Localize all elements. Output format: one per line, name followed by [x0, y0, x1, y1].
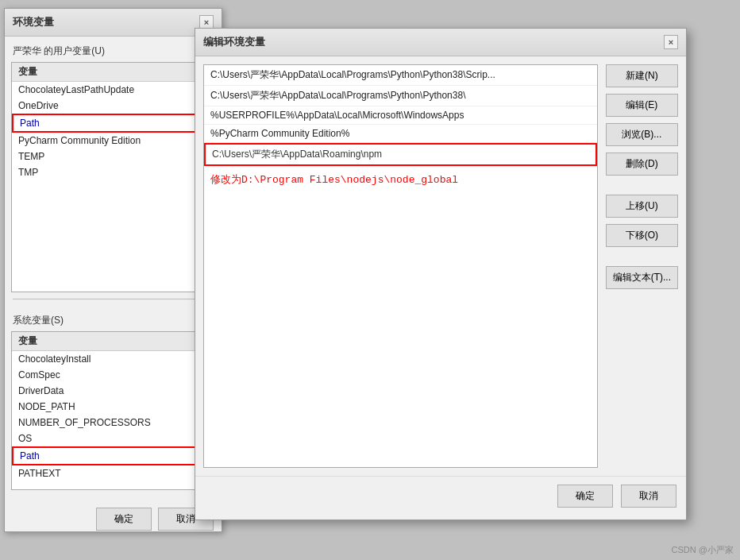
list-item[interactable]: PyCharm Community Edition	[12, 133, 214, 149]
user-variables-list: 变量 ChocolateyLastPathUpdate OneDrive Pat…	[11, 62, 215, 292]
annotation-text: 修改为D:\Program Files\nodejs\node_global	[204, 166, 597, 193]
list-item[interactable]: PATHEXT	[12, 465, 214, 481]
list-item[interactable]: ComSpec	[12, 367, 214, 383]
list-item[interactable]: OS	[12, 431, 214, 446]
path-list: C:\Users\严荣华\AppData\Local\Programs\Pyth…	[203, 64, 598, 468]
divider	[13, 299, 214, 299]
edit-text-button[interactable]: 编辑文本(T)...	[606, 266, 678, 289]
list-item[interactable]: TEMP	[12, 149, 214, 164]
edit-dialog-bottom-buttons: 确定 取消	[195, 476, 686, 516]
path-list-item[interactable]: C:\Users\严荣华\AppData\Local\Programs\Pyth…	[204, 86, 597, 106]
edit-ok-button[interactable]: 确定	[557, 485, 613, 508]
move-up-button[interactable]: 上移(U)	[606, 195, 678, 218]
move-down-button[interactable]: 下移(O)	[606, 224, 678, 247]
delete-button[interactable]: 删除(D)	[606, 153, 678, 176]
path-list-item[interactable]: %PyCharm Community Edition%	[204, 125, 597, 143]
path-list-item[interactable]: %USERPROFILE%\AppData\Local\Microsoft\Wi…	[204, 106, 597, 125]
main-dialog: 环境变量 × 严荣华 的用户变量(U) 变量 ChocolateyLastPat…	[4, 8, 222, 532]
user-list-header: 变量	[12, 63, 214, 82]
list-item[interactable]: ChocolateyLastPathUpdate	[12, 82, 214, 98]
main-dialog-titlebar: 环境变量 ×	[5, 9, 222, 37]
sys-list-header: 变量	[12, 332, 214, 351]
user-section-label: 严荣华 的用户变量(U)	[5, 37, 222, 62]
list-item[interactable]: OneDrive	[12, 98, 214, 114]
list-item-path-user[interactable]: Path	[12, 114, 214, 133]
list-item[interactable]: NUMBER_OF_PROCESSORS	[12, 415, 214, 431]
new-button[interactable]: 新建(N)	[606, 64, 678, 87]
main-dialog-buttons: 确定 取消	[5, 498, 222, 540]
list-item[interactable]: TMP	[12, 164, 214, 180]
watermark: CSDN @小严家	[672, 544, 734, 556]
main-ok-button[interactable]: 确定	[96, 508, 152, 531]
sys-section-label: 系统变量(S)	[5, 306, 222, 331]
list-item-path-sys[interactable]: Path	[12, 446, 214, 465]
sys-variables-list: 变量 ChocolateyInstall ComSpec DriverData …	[11, 331, 215, 490]
edit-cancel-button[interactable]: 取消	[621, 485, 676, 508]
path-list-item-npm[interactable]: C:\Users\严荣华\AppData\Roaming\npm	[204, 143, 597, 166]
browse-button[interactable]: 浏览(B)...	[606, 123, 678, 146]
edit-dialog-titlebar: 编辑环境变量 ×	[195, 29, 686, 56]
list-item[interactable]: ChocolateyInstall	[12, 351, 214, 367]
edit-dialog: 编辑环境变量 × C:\Users\严荣华\AppData\Local\Prog…	[195, 28, 687, 520]
edit-content: C:\Users\严荣华\AppData\Local\Programs\Pyth…	[195, 56, 686, 476]
edit-dialog-close[interactable]: ×	[664, 35, 678, 49]
main-dialog-title: 环境变量	[13, 15, 54, 29]
edit-dialog-title: 编辑环境变量	[203, 35, 265, 49]
path-list-item[interactable]: C:\Users\严荣华\AppData\Local\Programs\Pyth…	[204, 65, 597, 86]
edit-right-buttons: 新建(N) 编辑(E) 浏览(B)... 删除(D) 上移(U) 下移(O) 编…	[606, 64, 678, 468]
list-item[interactable]: DriverData	[12, 383, 214, 399]
edit-button[interactable]: 编辑(E)	[606, 94, 678, 117]
list-item[interactable]: NODE_PATH	[12, 399, 214, 415]
